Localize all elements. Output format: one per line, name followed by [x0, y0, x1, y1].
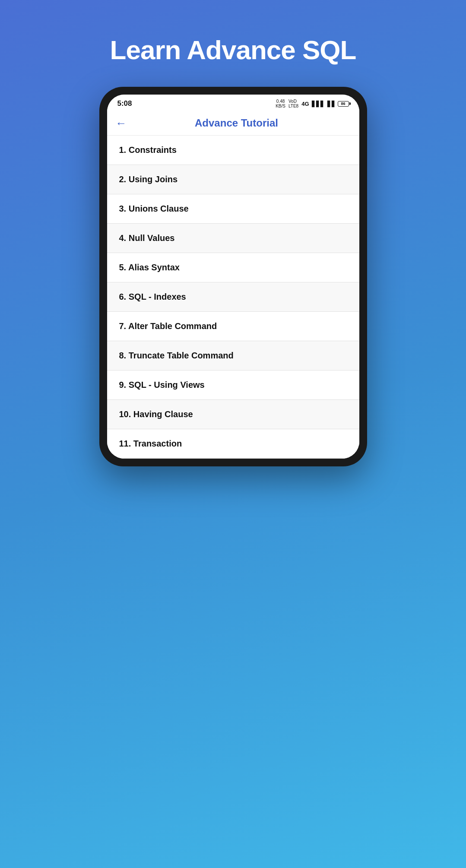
signal-bars-icon: ▋▋▋ [312, 101, 325, 107]
tutorial-item-11[interactable]: 11. Transaction [107, 429, 359, 459]
tutorial-item-label-4: 4. Null Values [119, 233, 175, 243]
tutorial-item-6[interactable]: 6. SQL - Indexes [107, 282, 359, 312]
tutorial-list: 1. Constraints2. Using Joins3. Unions Cl… [107, 136, 359, 459]
tutorial-item-4[interactable]: 4. Null Values [107, 224, 359, 253]
tutorial-item-label-1: 1. Constraints [119, 145, 177, 155]
tutorial-item-label-5: 5. Alias Syntax [119, 263, 180, 272]
page-title-area: Learn Advance SQL [0, 0, 466, 87]
tutorial-item-label-11: 11. Transaction [119, 439, 182, 448]
app-header: ← Advance Tutorial [107, 111, 359, 136]
tutorial-item-2[interactable]: 2. Using Joins [107, 165, 359, 194]
tutorial-item-8[interactable]: 8. Truncate Table Command [107, 341, 359, 371]
battery-icon: 86 [338, 101, 349, 107]
kb-speed: 0.48 KB/S [276, 99, 285, 108]
tutorial-item-1[interactable]: 1. Constraints [107, 136, 359, 165]
phone-mockup: 5:08 0.48 KB/S VoD LTE8 4G ▋▋▋ ▋▋ 86 ← A… [99, 87, 367, 466]
page-title: Learn Advance SQL [17, 35, 449, 65]
tutorial-item-label-6: 6. SQL - Indexes [119, 292, 186, 301]
tutorial-item-label-3: 3. Unions Clause [119, 204, 189, 213]
phone-screen: 5:08 0.48 KB/S VoD LTE8 4G ▋▋▋ ▋▋ 86 ← A… [107, 95, 359, 459]
tutorial-item-10[interactable]: 10. Having Clause [107, 400, 359, 429]
tutorial-item-9[interactable]: 9. SQL - Using Views [107, 371, 359, 400]
tutorial-item-label-7: 7. Alter Table Command [119, 321, 217, 331]
tutorial-item-7[interactable]: 7. Alter Table Command [107, 312, 359, 341]
tutorial-item-label-8: 8. Truncate Table Command [119, 351, 234, 360]
status-bar: 5:08 0.48 KB/S VoD LTE8 4G ▋▋▋ ▋▋ 86 [107, 95, 359, 111]
header-title: Advance Tutorial [134, 117, 339, 129]
back-button[interactable]: ← [116, 117, 127, 129]
tutorial-item-3[interactable]: 3. Unions Clause [107, 194, 359, 224]
tutorial-item-label-10: 10. Having Clause [119, 409, 193, 419]
tutorial-item-label-2: 2. Using Joins [119, 174, 178, 184]
network-bars-icon: ▋▋ [327, 101, 336, 107]
tutorial-item-label-9: 9. SQL - Using Views [119, 380, 205, 390]
status-icons: 0.48 KB/S VoD LTE8 4G ▋▋▋ ▋▋ 86 [276, 99, 349, 108]
signal-4g: 4G [301, 101, 309, 107]
vodte-label: VoD LTE8 [288, 99, 298, 108]
tutorial-item-5[interactable]: 5. Alias Syntax [107, 253, 359, 282]
status-time: 5:08 [117, 99, 132, 108]
